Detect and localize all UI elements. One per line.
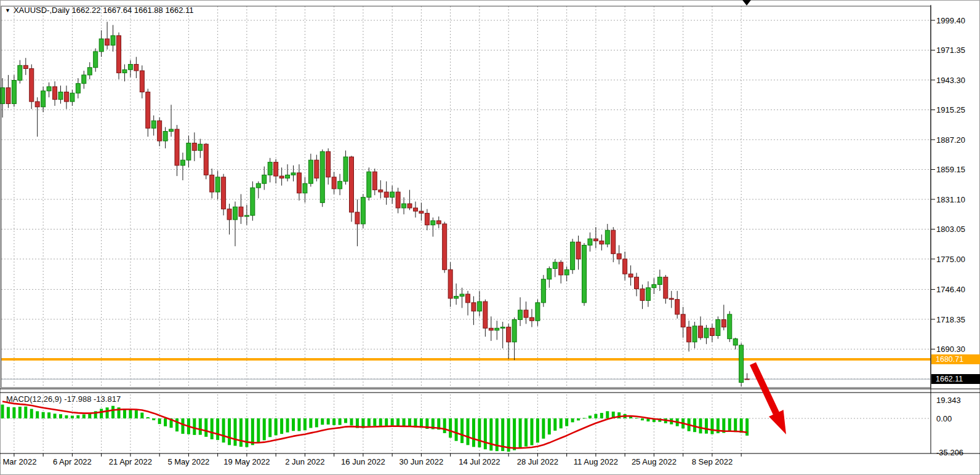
macd-histogram-bar	[199, 418, 202, 435]
candle-body	[431, 221, 435, 225]
candle-body	[564, 269, 569, 275]
price-axis-label: 1775.00	[936, 254, 965, 263]
indicator-name: MACD(12,26,9)	[6, 394, 62, 404]
ohlc-open: 1662.22	[72, 6, 101, 15]
macd-histogram-bar	[297, 418, 300, 431]
ohlc-low: 1661.88	[134, 6, 163, 15]
macd-histogram-bar	[263, 418, 266, 441]
candle-body	[308, 160, 313, 183]
candle-body	[500, 327, 505, 329]
candle-body	[315, 160, 319, 178]
price-chart-canvas[interactable]	[0, 0, 980, 475]
candle-body	[460, 294, 464, 296]
macd-histogram-bar	[268, 418, 271, 437]
symbol-dropdown-icon[interactable]: ▼	[5, 7, 10, 14]
candle-body	[320, 151, 324, 202]
candle-body	[58, 92, 63, 100]
candle-body	[198, 144, 203, 150]
candle-body	[605, 230, 609, 244]
ohlc-high: 1667.64	[103, 6, 132, 15]
macd-histogram-bar	[467, 418, 470, 445]
macd-histogram-bar	[106, 407, 109, 418]
macd-histogram-bar	[594, 414, 597, 418]
macd-histogram-bar	[367, 418, 371, 426]
macd-histogram-bar	[111, 406, 114, 418]
candle-body	[297, 173, 301, 193]
macd-histogram-bar	[24, 407, 27, 418]
candle-body	[588, 239, 592, 245]
macd-histogram-bar	[560, 418, 563, 428]
candle-body	[122, 70, 127, 73]
macd-histogram-bar	[600, 413, 603, 418]
macd-histogram-bar	[239, 418, 243, 447]
candle-body	[343, 157, 348, 182]
candle-body	[30, 68, 34, 102]
macd-histogram-bar	[583, 418, 586, 418]
price-axis-label: 1859.15	[936, 165, 965, 174]
candle-body	[35, 102, 39, 107]
candle-body	[745, 379, 749, 380]
candle-body	[681, 314, 685, 327]
macd-histogram-bar	[443, 418, 446, 433]
candle-body	[623, 259, 627, 274]
macd-histogram-bar	[292, 418, 295, 431]
candle-body	[158, 121, 162, 141]
macd-histogram-bar	[59, 414, 62, 418]
candle-body	[134, 65, 139, 71]
candle-body	[600, 241, 604, 244]
candle-body	[547, 269, 552, 279]
macd-histogram-bar	[36, 411, 39, 418]
candle-body	[669, 298, 673, 300]
candle-body	[384, 192, 388, 198]
macd-histogram-bar	[321, 418, 324, 425]
candle-body	[355, 212, 359, 224]
macd-histogram-bar	[524, 418, 528, 447]
candle-body	[350, 157, 354, 212]
candle-body	[94, 52, 98, 68]
macd-histogram-bar	[12, 407, 15, 418]
macd-histogram-bar	[275, 418, 278, 435]
candle-body	[286, 175, 290, 178]
candle-body	[53, 87, 57, 100]
macd-axis-label: -35.206	[936, 447, 963, 457]
candle-body	[419, 211, 424, 213]
macd-histogram-bar	[54, 413, 57, 418]
trend-arrow-annotation[interactable]	[753, 364, 786, 434]
macd-histogram-bar	[489, 418, 492, 450]
price-axis-label: 1971.35	[936, 46, 965, 55]
chart-title: ▼XAUUSD-,Daily 1662.22 1667.64 1661.88 1…	[5, 6, 193, 15]
candle-body	[593, 239, 598, 241]
macd-histogram-bar	[385, 418, 388, 426]
candle-body	[169, 129, 174, 131]
macd-histogram-bar	[181, 418, 184, 434]
candle-body	[163, 131, 167, 141]
pane-borders	[0, 5, 980, 457]
macd-histogram-bar	[71, 416, 74, 418]
chart-shift-marker-icon[interactable]	[742, 0, 751, 6]
macd-histogram-bar	[228, 418, 231, 445]
candle-body	[244, 215, 249, 217]
candle-body	[425, 214, 429, 225]
candle-body	[192, 143, 196, 151]
macd-histogram-bar	[577, 418, 580, 420]
macd-histogram-bar	[403, 418, 406, 426]
candle-body	[559, 262, 563, 275]
candle-body	[82, 75, 86, 84]
candle-body	[466, 294, 470, 303]
candle-body	[582, 245, 587, 302]
macd-axis-label: 0.00	[936, 414, 952, 423]
price-axis-label: 1887.20	[936, 135, 965, 144]
macd-histogram-bar	[193, 418, 196, 435]
candle-body	[70, 93, 74, 102]
candle-body	[111, 36, 115, 46]
candle-body	[64, 92, 68, 102]
candle-body	[291, 173, 295, 175]
macd-histogram-bar	[303, 418, 307, 430]
candle-body	[448, 269, 452, 298]
macd-histogram-bar	[548, 418, 551, 434]
date-axis-label: 14 Jul 2022	[459, 457, 500, 466]
candle-body	[472, 303, 476, 311]
candle-body	[483, 301, 488, 328]
macd-histogram-bar	[339, 418, 342, 425]
date-axis-label: 25 Aug 2022	[632, 457, 677, 466]
